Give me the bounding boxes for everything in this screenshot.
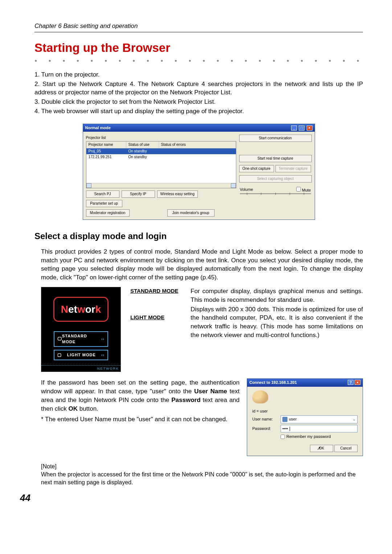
page-title: Starting up the Browser xyxy=(34,40,363,56)
dotted-rule: ● ● ● ● ● ● ● ● ● ● ● ● ● ● ● ● ● ● ● ● … xyxy=(34,58,363,64)
start-realtime-capture-button[interactable]: Start real time capture xyxy=(239,155,312,162)
dropdown-icon[interactable]: ⌄ xyxy=(352,416,356,422)
cancel-button[interactable]: Cancel xyxy=(334,445,358,452)
table-header: Projector name Status of use Status of e… xyxy=(86,141,236,148)
projector-list-label: Projector list xyxy=(86,135,236,140)
pda-icon: ▢ xyxy=(57,352,62,358)
standard-mode-link[interactable]: 🖵 STANDARD MODE ›› xyxy=(54,331,108,347)
password-input[interactable]: •••• xyxy=(281,425,358,432)
section-title: Select a display mode and login xyxy=(34,230,363,242)
keys-icon xyxy=(252,390,268,403)
scroll-left-icon[interactable] xyxy=(86,183,91,188)
parameter-setup-button[interactable]: Parameter set up xyxy=(86,200,122,207)
network-logo: Network xyxy=(53,297,109,322)
instruction-steps: 1. Turn on the projector. 2. Start up th… xyxy=(34,70,363,116)
step-2: 2. Start up the Network Capture 4. The N… xyxy=(34,80,363,97)
auth-paragraph: If the password has been set on the sett… xyxy=(41,378,240,413)
username-input[interactable]: user ⌄ xyxy=(281,415,358,423)
page-number: 44 xyxy=(20,491,363,504)
specify-ip-button[interactable]: Specify IP xyxy=(122,190,155,198)
minimize-icon[interactable]: _ xyxy=(291,126,297,131)
step-1: 1. Turn on the projector. xyxy=(34,70,363,79)
note-label: [Note] xyxy=(41,463,363,471)
password-label: Password: xyxy=(252,426,278,431)
search-pj-button[interactable]: Search PJ xyxy=(86,190,119,198)
mute-checkbox[interactable] xyxy=(296,187,301,192)
select-capturing-object-button: Select capturing object xyxy=(239,175,312,182)
step-4: 4. The web browser will start up and dis… xyxy=(34,107,363,116)
help-icon[interactable]: ? xyxy=(348,380,354,385)
moderator-registration-button[interactable]: Moderator registration xyxy=(86,209,130,217)
note-text: When the projector is accessed for the f… xyxy=(41,471,363,487)
monitor-icon: 🖵 xyxy=(57,336,62,342)
light-mode-link[interactable]: ▢ LIGHT MODE ›› xyxy=(54,350,108,360)
standard-mode-description: For computer display, displays graphical… xyxy=(191,287,363,304)
one-shot-capture-button[interactable]: One-shot capture xyxy=(239,165,274,172)
start-communication-button[interactable]: Start communication xyxy=(239,135,312,142)
mode-select-screenshot: Network 🖵 STANDARD MODE ›› ▢ LIGHT MODE … xyxy=(41,287,121,372)
id-line: id = user xyxy=(252,409,358,414)
step-3: 3. Double click the projector to set fro… xyxy=(34,98,363,106)
terminate-capture-button: Terminate capture xyxy=(275,165,311,172)
scroll-right-icon[interactable] xyxy=(231,183,236,188)
window-title: Normal mode xyxy=(85,125,111,131)
table-row[interactable]: Proj_05On standby xyxy=(86,148,236,154)
auth-dialog-title: Connect to 192.168.1.201 xyxy=(249,380,297,385)
wireless-easy-button[interactable]: Wireless easy setting xyxy=(157,190,198,198)
arrow-right-icon: ›› xyxy=(101,352,105,358)
close-icon[interactable]: × xyxy=(307,126,313,131)
auth-note: * The entered User Name must be "user" a… xyxy=(41,415,240,424)
chapter-header: Chapter 6 Basic setting and operation xyxy=(34,22,363,32)
user-icon xyxy=(282,417,287,422)
ok-button[interactable]: OK xyxy=(310,445,333,452)
screenshot-footer: NETWORK xyxy=(41,365,121,372)
join-moderator-button[interactable]: Join moderator's group xyxy=(167,209,215,217)
remember-password-label: Remember my password xyxy=(286,434,331,439)
network-capture-window: Normal mode _ □ × Projector list Project… xyxy=(83,124,315,220)
projector-list[interactable]: Projector name Status of use Status of e… xyxy=(86,141,236,188)
light-mode-description: Displays with 200 x 300 dots. This mode … xyxy=(191,305,363,340)
maximize-icon[interactable]: □ xyxy=(299,126,305,131)
auth-dialog: Connect to 192.168.1.201 ?× id = user Us… xyxy=(247,378,363,456)
light-mode-label: LIGHT MODE xyxy=(130,313,181,321)
close-icon[interactable]: × xyxy=(355,380,360,385)
standard-mode-label: STANDARD MODE xyxy=(130,287,181,295)
titlebar: Normal mode _ □ × xyxy=(83,124,315,132)
volume-label: Volume xyxy=(240,187,253,193)
table-row[interactable]: 172.21.99.251On standby xyxy=(86,154,236,160)
volume-slider[interactable] xyxy=(240,193,311,194)
remember-password-checkbox[interactable] xyxy=(281,435,285,439)
arrow-right-icon: ›› xyxy=(101,336,105,342)
section-paragraph: This product provides 2 types of control… xyxy=(34,247,363,282)
horizontal-scrollbar[interactable] xyxy=(86,183,236,188)
username-label: User name: xyxy=(252,416,278,422)
